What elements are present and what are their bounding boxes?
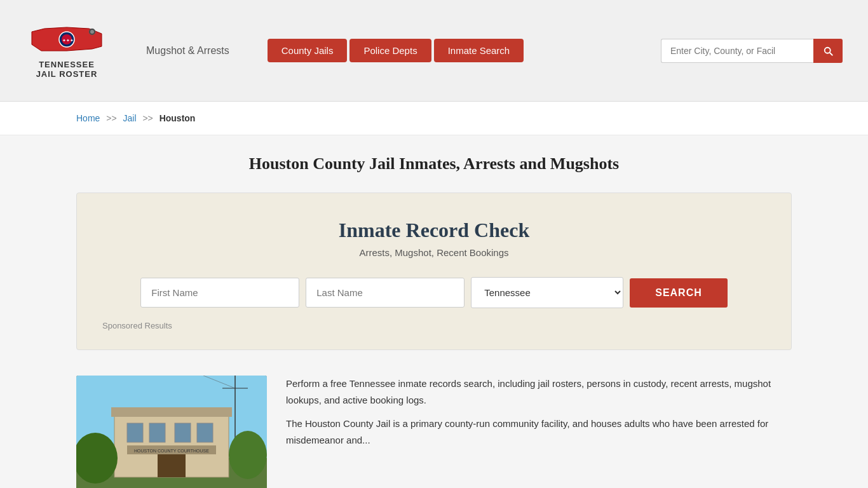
record-check-form: Tennessee Alabama Georgia Kentucky SEARC… [102, 277, 766, 308]
state-select[interactable]: Tennessee Alabama Georgia Kentucky [471, 277, 623, 308]
mugshot-arrests-link[interactable]: Mugshot & Arrests [146, 45, 229, 57]
svg-point-23 [229, 431, 267, 479]
police-depts-button[interactable]: Police Depts [349, 39, 431, 62]
svg-rect-13 [175, 423, 191, 442]
breadcrumb-sep2: >> [142, 113, 153, 123]
site-logo[interactable]: ✦✦✦ TENNESSEE JAIL ROSTER [25, 22, 108, 79]
info-paragraph-1: Perform a free Tennessee inmate records … [286, 376, 792, 408]
svg-text:✦✦✦: ✦✦✦ [62, 38, 74, 43]
state-map-icon: ✦✦✦ [29, 22, 105, 57]
info-text: Perform a free Tennessee inmate records … [286, 376, 792, 456]
info-section: HOUSTON COUNTY COURTHOUSE Perform a free… [76, 376, 792, 488]
county-jails-button[interactable]: County Jails [268, 39, 348, 62]
breadcrumb-home-link[interactable]: Home [76, 113, 100, 123]
header-search-input[interactable] [661, 39, 813, 63]
page-title: Houston County Jail Inmates, Arrests and… [76, 154, 792, 173]
main-content: Houston County Jail Inmates, Arrests and… [0, 135, 868, 488]
main-nav: County Jails Police Depts Inmate Search [268, 39, 524, 62]
svg-rect-10 [111, 407, 232, 417]
courthouse-svg: HOUSTON COUNTY COURTHOUSE [76, 376, 267, 488]
breadcrumb-jail-link[interactable]: Jail [123, 113, 137, 123]
info-paragraph-2: The Houston County Jail is a primary cou… [286, 416, 792, 448]
site-header: ✦✦✦ TENNESSEE JAIL ROSTER Mugshot & Arre… [0, 0, 868, 102]
courthouse-image: HOUSTON COUNTY COURTHOUSE [76, 376, 267, 488]
breadcrumb-current: Houston [159, 113, 196, 123]
breadcrumb: Home >> Jail >> Houston [0, 102, 868, 135]
last-name-input[interactable] [306, 278, 465, 308]
svg-text:HOUSTON COUNTY COURTHOUSE: HOUSTON COUNTY COURTHOUSE [134, 449, 209, 453]
header-search-area [661, 39, 843, 63]
svg-point-5 [90, 30, 94, 34]
inmate-search-button[interactable]: Inmate Search [434, 39, 524, 62]
first-name-input[interactable] [140, 278, 299, 308]
svg-rect-15 [158, 452, 186, 477]
breadcrumb-sep1: >> [106, 113, 116, 123]
record-check-section: Inmate Record Check Arrests, Mugshot, Re… [76, 193, 792, 350]
record-search-button[interactable]: SEARCH [630, 278, 728, 308]
logo-text: TENNESSEE JAIL ROSTER [36, 60, 98, 79]
header-search-button[interactable] [813, 39, 843, 63]
record-check-subtitle: Arrests, Mugshot, Recent Bookings [102, 247, 766, 258]
svg-rect-12 [149, 423, 165, 442]
record-check-title: Inmate Record Check [102, 219, 766, 242]
svg-rect-11 [127, 423, 143, 442]
svg-rect-14 [197, 423, 213, 442]
sponsored-label: Sponsored Results [102, 321, 766, 330]
search-icon [822, 45, 834, 57]
svg-rect-16 [124, 410, 128, 477]
